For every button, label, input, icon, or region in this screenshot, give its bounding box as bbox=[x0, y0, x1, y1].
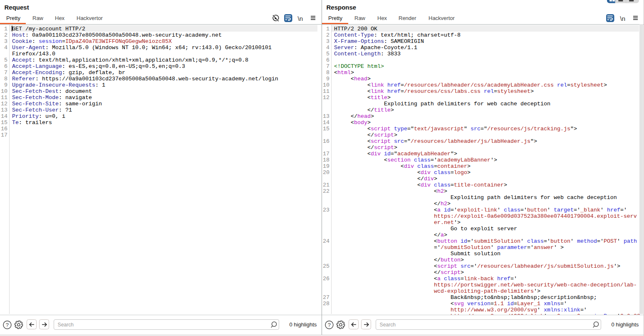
svg-text:?: ? bbox=[328, 321, 331, 328]
svg-text:?: ? bbox=[6, 321, 9, 328]
